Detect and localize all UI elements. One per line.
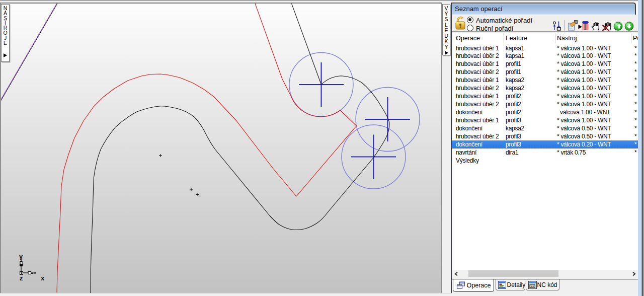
svg-text:x: x bbox=[41, 275, 44, 282]
svg-text:y: y bbox=[19, 254, 23, 261]
svg-text:z: z bbox=[20, 275, 23, 282]
svg-text:GO: GO bbox=[530, 284, 535, 287]
